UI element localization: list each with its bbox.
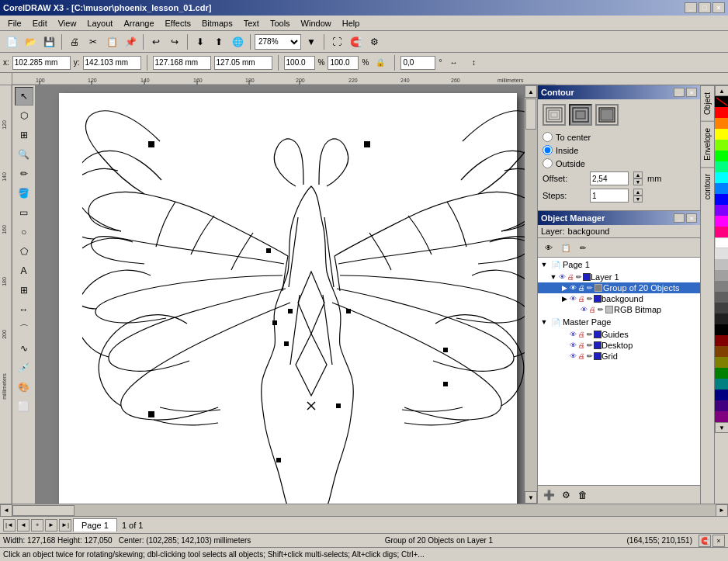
crop-tool[interactable]: ⊞	[15, 126, 33, 144]
obj-mgr-settings-btn[interactable]: ⚙	[558, 487, 574, 503]
tree-layer1[interactable]: ▼ 👁 🖨 ✏ Layer 1	[538, 272, 700, 282]
toggle-group20[interactable]: ▶	[560, 283, 569, 293]
page-next-btn[interactable]: ►	[45, 519, 57, 532]
h-scroll-track[interactable]	[12, 504, 716, 516]
tree-guides[interactable]: 👁 🖨 ✏ Guides	[538, 329, 700, 340]
tree-page1[interactable]: ▼ 📄 Page 1	[538, 258, 700, 272]
tree-group20[interactable]: ▶ 👁 🖨 ✏ Group of 20 Objects	[538, 282, 700, 293]
lock-aspect-button[interactable]: 🔒	[372, 54, 389, 71]
maximize-button[interactable]: □	[699, 2, 711, 13]
blend-tool[interactable]: ∿	[15, 339, 33, 358]
text-tool[interactable]: A	[15, 261, 33, 280]
page-last-btn[interactable]: ►|	[59, 519, 71, 532]
color-red[interactable]	[715, 107, 728, 118]
contour-minimize-btn[interactable]: _	[674, 88, 685, 97]
menu-view[interactable]: View	[54, 18, 81, 29]
color-rose[interactable]	[715, 227, 728, 237]
freehand-tool[interactable]: ✏	[15, 164, 33, 183]
radio-to-center-input[interactable]	[543, 132, 553, 142]
rectangle-tool[interactable]: ▭	[15, 203, 33, 222]
toggle-masterpage[interactable]: ▼	[539, 317, 549, 327]
scroll-thumb-v[interactable]	[525, 99, 536, 130]
obj-manager-minimize-btn[interactable]: _	[674, 213, 685, 223]
menu-arrange[interactable]: Arrange	[119, 18, 158, 29]
offset-up-btn[interactable]: ▲	[633, 171, 643, 178]
undo-button[interactable]: ↩	[147, 33, 165, 50]
tree-backgound[interactable]: ▶ 👁 🖨 ✏ backgound	[538, 293, 700, 304]
page-prev-btn[interactable]: ◄	[17, 519, 29, 532]
color-olive[interactable]	[715, 357, 728, 368]
menu-tools[interactable]: Tools	[265, 18, 295, 29]
outline-tool[interactable]: ⬜	[15, 397, 33, 416]
offset-down-btn[interactable]: ▼	[633, 178, 643, 185]
color-navy[interactable]	[715, 390, 728, 400]
full-screen-button[interactable]: ⛶	[328, 33, 345, 50]
steps-down-btn[interactable]: ▼	[633, 196, 643, 203]
color-blue[interactable]	[715, 194, 728, 205]
snap-button[interactable]: 🧲	[347, 33, 364, 50]
menu-layout[interactable]: Layout	[82, 18, 117, 29]
color-magenta[interactable]	[715, 216, 728, 227]
new-button[interactable]: 📄	[3, 33, 20, 50]
zoom-tool[interactable]: 🔍	[15, 145, 33, 164]
page-tab-1[interactable]: Page 1	[73, 518, 117, 532]
obj-manager-close-btn[interactable]: ×	[686, 213, 697, 223]
color-green[interactable]	[715, 151, 728, 161]
scale-y-input[interactable]	[328, 56, 359, 70]
color-silver[interactable]	[715, 259, 728, 270]
color-teal[interactable]	[715, 379, 728, 390]
tab-envelope[interactable]: Envelope	[701, 121, 714, 167]
color-cyan[interactable]	[715, 172, 728, 183]
scale-x-input[interactable]	[284, 56, 315, 70]
menu-help[interactable]: Help	[338, 18, 365, 29]
tree-grid[interactable]: 👁 🖨 ✏ Grid	[538, 351, 700, 362]
color-darkgreen[interactable]	[715, 368, 728, 379]
color-purple[interactable]	[715, 411, 728, 422]
shape-tool[interactable]: ⬡	[15, 106, 33, 125]
obj-mgr-show-all-btn[interactable]: 👁	[541, 240, 556, 255]
tree-desktop[interactable]: 👁 🖨 ✏ Desktop	[538, 340, 700, 351]
color-white[interactable]	[715, 237, 728, 248]
table-tool[interactable]: ⊞	[15, 281, 33, 300]
x-input[interactable]	[12, 56, 71, 70]
options-button[interactable]: ⚙	[366, 33, 383, 50]
save-button[interactable]: 💾	[40, 33, 57, 50]
new-layer-btn[interactable]: ➕	[541, 487, 556, 503]
smart-fill-tool[interactable]: 🪣	[15, 184, 33, 203]
height-input[interactable]	[214, 56, 272, 70]
delete-layer-btn[interactable]: 🗑	[575, 487, 591, 503]
radio-inside-input[interactable]	[543, 145, 553, 155]
color-swatch-none[interactable]	[715, 96, 728, 107]
scroll-up-button[interactable]: ▲	[525, 85, 537, 98]
menu-bitmaps[interactable]: Bitmaps	[197, 18, 237, 29]
color-maroon[interactable]	[715, 335, 728, 346]
zoom-list-button[interactable]: ▼	[303, 33, 320, 50]
export-button[interactable]: ⬆	[210, 33, 227, 50]
dimension-tool[interactable]: ↔	[15, 300, 33, 319]
contour-inside-btn[interactable]	[569, 104, 592, 126]
color-purple2[interactable]	[715, 400, 728, 411]
radio-outside-input[interactable]	[543, 158, 553, 168]
zoom-select[interactable]: 278%	[255, 34, 301, 50]
page-add-btn[interactable]: +	[31, 519, 43, 532]
offset-input[interactable]	[590, 171, 629, 185]
status-snap-icon[interactable]: 🧲	[699, 535, 711, 547]
tree-rgbbitmap[interactable]: 👁 🖨 ✏ RGB Bitmap	[538, 304, 700, 315]
publish-button[interactable]: 🌐	[229, 33, 246, 50]
toggle-backgound[interactable]: ▶	[560, 294, 569, 303]
flip-h-button[interactable]: ↔	[445, 54, 462, 71]
cut-button[interactable]: ✂	[85, 33, 102, 50]
color-spring[interactable]	[715, 161, 728, 172]
canvas-area[interactable]: ▲ ▼	[36, 85, 537, 504]
vertical-scrollbar[interactable]: ▲ ▼	[525, 85, 537, 504]
menu-window[interactable]: Window	[296, 18, 336, 29]
fill-tool[interactable]: 🎨	[15, 378, 33, 397]
color-yellow[interactable]	[715, 129, 728, 140]
color-gray1[interactable]	[715, 270, 728, 281]
flip-v-button[interactable]: ↕	[465, 54, 482, 71]
angle-input[interactable]	[400, 56, 435, 70]
contour-outside-btn[interactable]	[595, 104, 619, 126]
contour-to-center-btn[interactable]	[543, 104, 566, 126]
color-darkgray[interactable]	[715, 303, 728, 313]
scroll-down-button[interactable]: ▼	[525, 491, 537, 504]
